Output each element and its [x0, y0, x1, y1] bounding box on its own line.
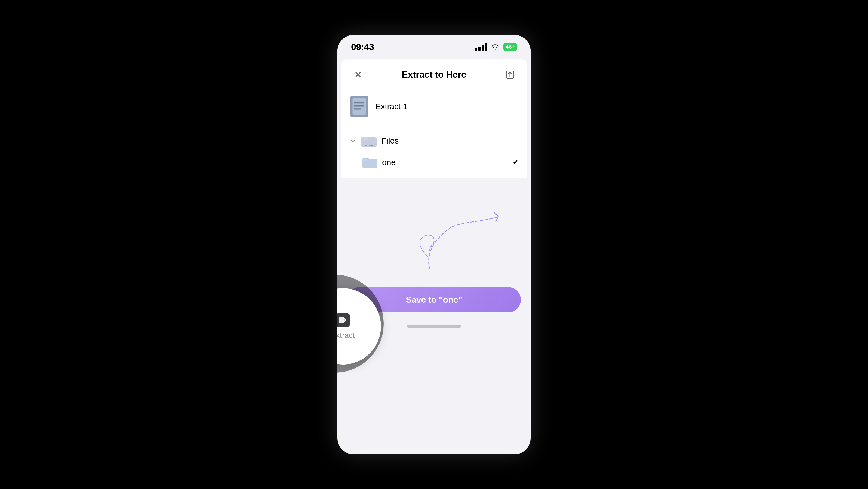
folder-section: Files one ✓ [341, 124, 527, 178]
folder-icon-files [361, 135, 377, 147]
signal-bar-4 [485, 43, 487, 51]
status-time: 09:43 [351, 42, 374, 52]
status-icons: 46+ [475, 43, 517, 51]
svg-point-12 [365, 145, 367, 146]
battery-icon: 46+ [503, 43, 517, 51]
status-bar: 09:43 46+ [337, 35, 531, 59]
battery-level: 46+ [505, 44, 515, 50]
home-bar [407, 325, 461, 328]
modal-sheet: Extract to Here [341, 59, 527, 282]
sub-folder-label: one [382, 158, 507, 167]
sub-folder-icon [363, 156, 377, 168]
root-folder-label: Files [381, 136, 519, 145]
share-icon [505, 70, 515, 80]
share-button[interactable] [502, 67, 518, 82]
extract-fab-icon-container [337, 313, 350, 327]
file-icon [348, 96, 370, 117]
signal-bar-1 [475, 48, 477, 51]
svg-rect-18 [363, 159, 377, 168]
svg-point-13 [367, 145, 369, 146]
chevron-down-icon [349, 137, 356, 144]
signal-bar-2 [478, 47, 480, 51]
extract-fab-label: Extract [337, 331, 355, 340]
svg-rect-11 [361, 137, 377, 147]
extract-icon [338, 315, 347, 325]
svg-point-14 [369, 145, 371, 146]
sub-folder-row[interactable]: one ✓ [341, 152, 527, 173]
file-name-input[interactable] [375, 102, 520, 111]
empty-folder-area [341, 178, 527, 282]
svg-point-15 [371, 145, 373, 146]
modal-title: Extract to Here [402, 69, 466, 80]
selected-checkmark: ✓ [513, 158, 519, 167]
document-icon [348, 96, 370, 117]
file-name-row [341, 89, 527, 124]
wifi-icon [491, 44, 500, 50]
close-button[interactable] [350, 67, 366, 82]
annotation-arrow [341, 178, 527, 282]
phone-frame: 09:43 46+ [337, 35, 531, 454]
signal-icon [475, 43, 487, 51]
svg-rect-5 [353, 98, 366, 115]
close-icon [354, 70, 363, 79]
root-folder-row[interactable]: Files [341, 130, 527, 152]
modal-header: Extract to Here [341, 59, 527, 89]
signal-bar-3 [482, 45, 484, 51]
